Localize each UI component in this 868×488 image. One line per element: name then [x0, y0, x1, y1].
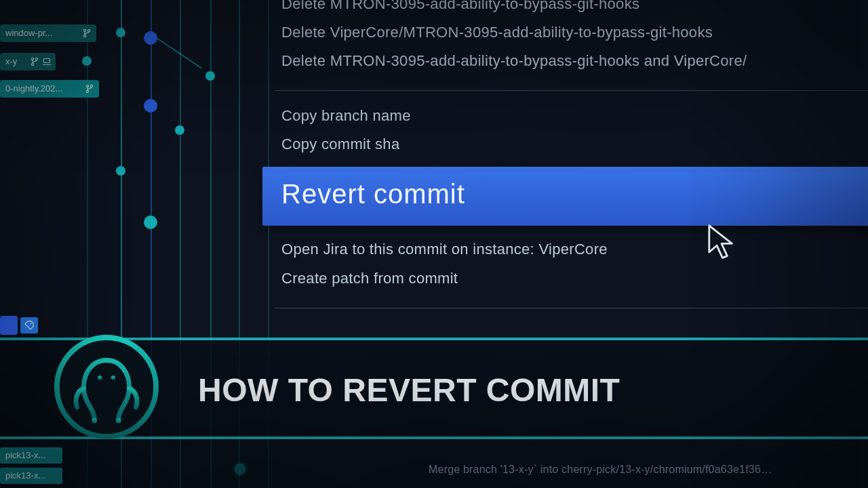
branch-tag[interactable]: pick13-x...	[0, 447, 62, 464]
tag-icon	[20, 317, 38, 333]
menu-item-label: Delete MTRON-3095-add-ability-to-bypass-…	[281, 52, 747, 69]
commit-node[interactable]	[144, 99, 157, 113]
svg-point-1	[87, 29, 90, 31]
menu-separator	[275, 308, 868, 308]
branch-label: pick13-x...	[5, 447, 45, 464]
svg-point-16	[116, 418, 121, 423]
menu-item-label: Copy branch name	[281, 107, 411, 124]
svg-point-15	[92, 418, 97, 423]
branch-label: window-pr...	[5, 24, 52, 42]
commit-node[interactable]	[175, 125, 184, 135]
branch-icon	[31, 57, 39, 66]
svg-point-4	[35, 58, 37, 60]
svg-point-9	[86, 90, 88, 92]
svg-point-8	[90, 85, 92, 87]
menu-item-delete-both[interactable]: Delete MTRON-3095-add-ability-to-bypass-…	[268, 47, 868, 75]
svg-point-14	[111, 375, 115, 380]
branch-label: 0-nightly.202...	[5, 80, 62, 98]
menu-separator	[275, 90, 868, 91]
svg-point-10	[31, 323, 32, 325]
menu-item-label: Delete ViperCore/MTRON-3095-add-ability-…	[281, 24, 713, 41]
svg-point-7	[86, 85, 88, 87]
svg-point-3	[31, 58, 33, 60]
laptop-icon	[42, 58, 52, 66]
menu-item-label: Revert commit	[281, 179, 465, 209]
menu-item-delete-local[interactable]: Delete MTRON-3095-add-ability-to-bypass-…	[268, 0, 868, 18]
branch-icon	[85, 84, 94, 94]
svg-point-13	[98, 375, 102, 380]
page-title: HOW TO REVERT COMMIT	[198, 371, 620, 409]
commit-node[interactable]	[116, 166, 125, 176]
branch-icon	[83, 28, 91, 38]
menu-item-label: Open Jira to this commit on instance: Vi…	[281, 241, 608, 258]
branch-tag[interactable]: window-pr...	[0, 24, 96, 42]
commit-node[interactable]	[116, 28, 125, 37]
commit-message: Merge branch '13-x-y` into cherry-pick/1…	[429, 464, 772, 476]
menu-item-label: Create patch from commit	[281, 270, 458, 287]
menu-item-open-jira[interactable]: Open Jira to this commit on instance: Vi…	[268, 235, 868, 264]
branch-tag[interactable]: 0-nightly.202...	[0, 80, 99, 98]
menu-item-label: Delete MTRON-3095-add-ability-to-bypass-…	[281, 0, 639, 12]
context-menu: Delete MTRON-3095-add-ability-to-bypass-…	[268, 0, 868, 319]
svg-point-5	[31, 63, 33, 65]
commit-node[interactable]	[205, 71, 215, 81]
branch-tag[interactable]: pick13-x...	[0, 468, 62, 484]
svg-point-0	[83, 29, 85, 31]
selection-handle[interactable]	[0, 316, 18, 335]
menu-item-create-patch[interactable]: Create patch from commit	[268, 264, 868, 293]
menu-item-copy-branch[interactable]: Copy branch name	[268, 102, 868, 130]
branch-label: pick13-x...	[5, 468, 45, 484]
commit-node[interactable]	[82, 56, 92, 66]
commit-node[interactable]	[144, 216, 157, 229]
menu-item-copy-sha[interactable]: Copy commit sha	[268, 130, 868, 159]
gitkraken-logo-icon	[53, 333, 160, 441]
graph-edge	[154, 36, 202, 69]
svg-rect-6	[44, 59, 50, 63]
commit-node[interactable]	[144, 31, 157, 45]
svg-point-2	[83, 35, 85, 37]
branch-label: x-y	[5, 53, 17, 70]
menu-item-revert-commit[interactable]: Revert commit	[262, 167, 868, 226]
menu-item-label: Copy commit sha	[281, 136, 399, 152]
branch-tag[interactable]: x-y	[0, 53, 56, 70]
menu-item-delete-remote[interactable]: Delete ViperCore/MTRON-3095-add-ability-…	[268, 18, 868, 47]
